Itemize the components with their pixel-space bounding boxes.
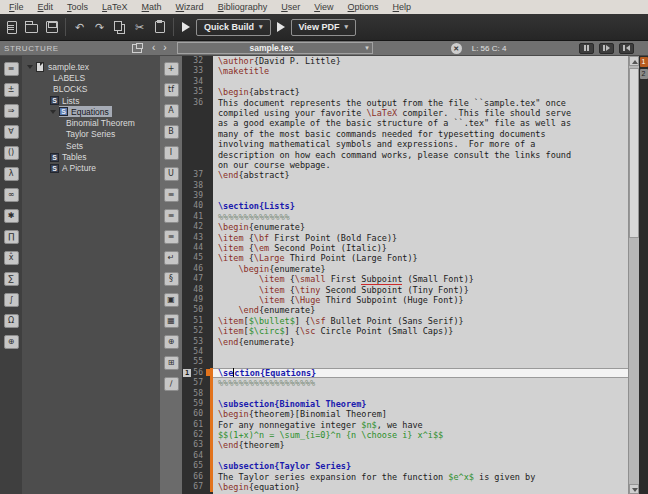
insert-button[interactable]: + xyxy=(164,62,179,76)
code-line[interactable]: 62$$(1+x)^n = \sum_{i=0}^n {n \choose i}… xyxy=(182,430,628,440)
paste-icon[interactable] xyxy=(151,19,168,36)
menu-view[interactable]: View xyxy=(307,2,340,12)
code-line[interactable]: 36This document represents the output fr… xyxy=(182,98,628,108)
code-line[interactable]: 39 xyxy=(182,191,628,201)
menu-tools[interactable]: Tools xyxy=(60,2,95,12)
cut-icon[interactable]: ✂ xyxy=(131,19,148,36)
open-folder-icon[interactable] xyxy=(23,19,40,36)
code-line[interactable]: 34 xyxy=(182,77,628,87)
align-left-button[interactable]: ≡ xyxy=(164,188,179,202)
code-line[interactable]: 54 xyxy=(182,347,628,357)
code-line[interactable]: 32\author{David P. Little} xyxy=(182,56,628,66)
code-line[interactable]: 64 xyxy=(182,451,628,461)
run-quick-build-icon[interactable] xyxy=(182,22,190,32)
menu-bibliography[interactable]: Bibliography xyxy=(211,2,275,12)
last-view-button[interactable] xyxy=(619,43,634,54)
textfield-button[interactable]: tf xyxy=(164,83,179,97)
code-line[interactable]: 52\item[$\circ$] {\sc Circle Point (Smal… xyxy=(182,326,628,336)
next-view-button[interactable] xyxy=(599,43,614,54)
scroll-up-icon[interactable] xyxy=(629,56,639,66)
structure-item-lists[interactable]: SLists xyxy=(22,95,160,106)
scrollbar-thumb[interactable] xyxy=(629,68,639,238)
structure-item-taylor-series[interactable]: Taylor Series xyxy=(22,129,160,140)
save-icon[interactable] xyxy=(43,19,60,36)
view-tab-1[interactable]: 1 xyxy=(640,57,648,67)
code-line[interactable]: involving mathematical symbols and expre… xyxy=(182,139,628,149)
code-line[interactable]: 61For any nonnegative integer $n$, we ha… xyxy=(182,420,628,430)
expander-icon[interactable] xyxy=(27,65,33,69)
code-line[interactable]: 42\begin{enumerate} xyxy=(182,222,628,232)
code-line[interactable]: 67\begin{equation} xyxy=(182,482,628,492)
code-line[interactable]: as a good example of the basic structure… xyxy=(182,118,628,128)
delimiter-symbols-icon[interactable]: () xyxy=(4,146,19,160)
table-button[interactable]: ⊞ xyxy=(164,356,179,370)
detach-panel-icon[interactable] xyxy=(132,44,142,53)
undo-icon[interactable]: ↶ xyxy=(71,19,88,36)
code-line[interactable]: 40\section{Lists} xyxy=(182,201,628,211)
menu-wizard[interactable]: Wizard xyxy=(169,2,211,12)
code-line[interactable]: 63\end{theorem} xyxy=(182,440,628,450)
quick-build-button[interactable]: Quick Build ▾ xyxy=(196,19,271,36)
code-line[interactable]: 35\begin{abstract} xyxy=(182,87,628,97)
code-line[interactable]: 57%%%%%%%%%%%%%%%%%%% xyxy=(182,378,628,388)
code-line[interactable]: description on how each command works, p… xyxy=(182,150,628,160)
pause-view-button[interactable] xyxy=(579,43,594,54)
structure-item-labels[interactable]: LABELS xyxy=(22,72,160,83)
structure-item-tables[interactable]: STables xyxy=(22,151,160,162)
code-line[interactable]: 49 \item {\Huge Third Subpoint (Huge Fon… xyxy=(182,295,628,305)
menu-math[interactable]: Math xyxy=(135,2,169,12)
expander-icon[interactable] xyxy=(50,110,56,114)
misc-symbols-icon[interactable]: ∞ xyxy=(4,188,19,202)
code-line[interactable]: on our course webpage. xyxy=(182,160,628,170)
sum-symbols-icon[interactable]: ∑ xyxy=(4,272,19,286)
menu-latex[interactable]: LaTeX xyxy=(95,2,135,12)
close-document-button[interactable]: ✕ xyxy=(451,43,462,54)
menu-options[interactable]: Options xyxy=(341,2,386,12)
code-line[interactable]: 38 xyxy=(182,181,628,191)
relation-symbols-icon[interactable]: ± xyxy=(4,83,19,97)
accent-symbols-icon[interactable]: x̂ xyxy=(4,251,19,265)
structure-item-a-picture[interactable]: SA Picture xyxy=(22,163,160,174)
code-line[interactable]: 50 \end{enumerate} xyxy=(182,305,628,315)
redo-icon[interactable]: ↷ xyxy=(91,19,108,36)
font-button[interactable]: A xyxy=(164,104,179,118)
greek-symbols-icon[interactable]: λ xyxy=(4,167,19,181)
code-line[interactable]: 46 \begin{enumerate} xyxy=(182,264,628,274)
code-line[interactable]: 43\item {\bf First Point (Bold Face)} xyxy=(182,233,628,243)
code-line[interactable]: 44\item {\em Second Point (Italic)} xyxy=(182,243,628,253)
italic-button[interactable]: I xyxy=(164,146,179,160)
code-line[interactable]: 45\item {\Large Third Point (Large Font)… xyxy=(182,253,628,263)
code-line[interactable]: 66The Taylor series expansion for the fu… xyxy=(182,472,628,482)
view-pdf-button[interactable]: View PDF ▾ xyxy=(291,19,356,36)
code-line[interactable]: 37\end{abstract} xyxy=(182,170,628,180)
code-line[interactable]: 561\section{Equations} xyxy=(182,368,628,378)
favourite-symbols-icon[interactable]: ✱ xyxy=(4,209,19,223)
arrow-symbols-icon[interactable]: ⇒ xyxy=(4,104,19,118)
code-line[interactable]: 51\item[$\bullet$] {\sf Bullet Point (Sa… xyxy=(182,316,628,326)
bold-button[interactable]: B xyxy=(164,125,179,139)
section-button[interactable]: § xyxy=(164,272,179,286)
misc-math-symbols-icon[interactable]: ∀ xyxy=(4,125,19,139)
structure-item-equations[interactable]: SEquations xyxy=(22,106,160,117)
code-line[interactable]: 60\begin{theorem}[Binomial Theorem] xyxy=(182,409,628,419)
code-line[interactable]: 59\subsection{Binomial Theorem} xyxy=(182,399,628,409)
code-line[interactable]: 55 xyxy=(182,357,628,367)
underline-button[interactable]: U xyxy=(164,167,179,181)
code-line[interactable]: 33\maketitle xyxy=(182,66,628,76)
align-center-button[interactable]: ≡ xyxy=(164,209,179,223)
bookmark-badge[interactable]: 1 xyxy=(183,369,191,377)
math-mode-button[interactable]: ⊕ xyxy=(164,335,179,349)
structure-item-binomial-theorem[interactable]: Binomial Theorem xyxy=(22,117,160,128)
code-line[interactable]: many of the most basic commands needed f… xyxy=(182,129,628,139)
code-line[interactable]: 58 xyxy=(182,389,628,399)
image-button[interactable]: ▣ xyxy=(164,293,179,307)
code-line[interactable]: 53\end{enumerate} xyxy=(182,337,628,347)
scroll-down-icon[interactable] xyxy=(629,484,639,494)
copy-icon[interactable] xyxy=(111,19,128,36)
previous-document-button[interactable]: ‹ xyxy=(148,43,159,53)
product-symbols-icon[interactable]: ∏ xyxy=(4,230,19,244)
code-line[interactable]: 41%%%%%%%%%%%%%% xyxy=(182,212,628,222)
code-line[interactable]: 47 \item {\small First Subpoint (Small F… xyxy=(182,274,628,284)
code-line[interactable]: 48 \item {\tiny Second Subpoint (Tiny Fo… xyxy=(182,285,628,295)
next-document-button[interactable]: › xyxy=(159,43,170,53)
